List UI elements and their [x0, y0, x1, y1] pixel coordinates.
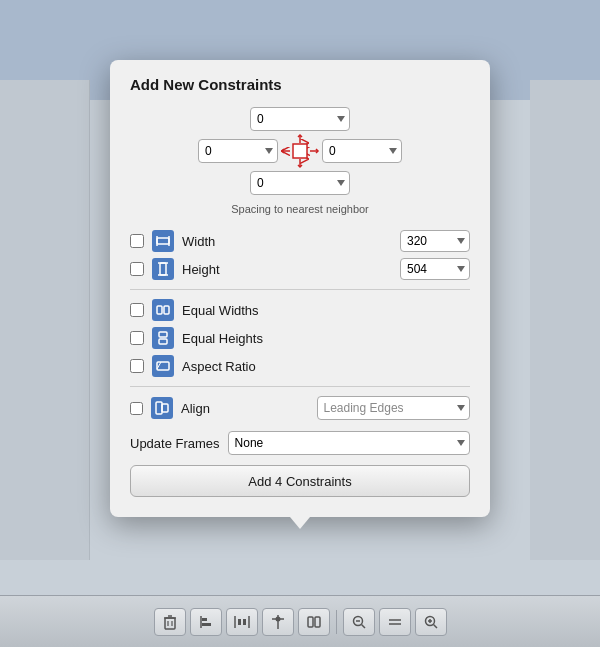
add-constraints-popover: Add New Constraints 0 8 16 20 0 8 16 — [110, 60, 490, 517]
add-constraints-button[interactable]: Add 4 Constraints — [130, 465, 470, 497]
update-frames-select[interactable]: None Items of New Constraints All Frames… — [228, 431, 470, 455]
svg-rect-14 — [159, 339, 167, 344]
height-icon — [152, 258, 174, 280]
middle-constraint-row: 0 8 16 — [198, 133, 402, 169]
width-label: Width — [182, 234, 392, 249]
equal-button[interactable] — [379, 608, 411, 636]
height-constraint-item: Height 504 300 600 — [130, 255, 470, 283]
resolve-button[interactable] — [298, 608, 330, 636]
svg-rect-30 — [243, 619, 246, 625]
width-icon — [152, 230, 174, 252]
svg-rect-4 — [293, 144, 307, 158]
svg-rect-34 — [308, 617, 313, 627]
svg-rect-35 — [315, 617, 320, 627]
svg-rect-26 — [202, 623, 211, 626]
equal-widths-item: Equal Widths — [130, 296, 470, 324]
bottom-constraint-row: 0 8 16 — [250, 171, 350, 195]
right-constraint-select[interactable]: 0 8 16 — [322, 139, 402, 163]
left-constraint-select[interactable]: 0 8 16 — [198, 139, 278, 163]
height-checkbox[interactable] — [130, 262, 144, 276]
align-item: Align Leading Edges Trailing Edges Top E… — [130, 393, 470, 423]
update-frames-label: Update Frames — [130, 436, 220, 451]
spacing-label: Spacing to nearest neighbor — [130, 203, 470, 215]
equal-heights-icon — [152, 327, 174, 349]
right-panel — [530, 80, 600, 560]
svg-point-33 — [275, 616, 280, 621]
toolbar-separator-1 — [336, 610, 337, 634]
svg-rect-13 — [159, 332, 167, 337]
zoom-out-button[interactable] — [343, 608, 375, 636]
bottom-constraint-select[interactable]: 0 8 16 — [250, 171, 350, 195]
equal-heights-label: Equal Heights — [182, 331, 470, 346]
width-value-select[interactable]: 320 200 400 — [400, 230, 470, 252]
equal-heights-checkbox[interactable] — [130, 331, 144, 345]
delete-button[interactable] — [154, 608, 186, 636]
zoom-in-button[interactable] — [415, 608, 447, 636]
constraint-spacing-layout: 0 8 16 20 0 8 16 — [130, 107, 470, 195]
svg-rect-19 — [165, 618, 175, 629]
svg-rect-29 — [238, 619, 241, 625]
equal-widths-checkbox[interactable] — [130, 303, 144, 317]
align-value-select[interactable]: Leading Edges Trailing Edges Top Edges B… — [317, 396, 471, 420]
height-label: Height — [182, 262, 392, 277]
height-value-select[interactable]: 504 300 600 — [400, 258, 470, 280]
constraint-list: Width 320 200 400 Height 504 300 600 — [130, 227, 470, 423]
align-left-edges-button[interactable] — [190, 608, 222, 636]
bottom-toolbar — [0, 595, 600, 647]
separator-2 — [130, 386, 470, 387]
svg-rect-18 — [162, 404, 168, 412]
svg-line-44 — [433, 624, 437, 628]
aspect-ratio-icon — [152, 355, 174, 377]
update-frames-row: Update Frames None Items of New Constrai… — [130, 431, 470, 455]
aspect-ratio-checkbox[interactable] — [130, 359, 144, 373]
width-constraint-item: Width 320 200 400 — [130, 227, 470, 255]
svg-line-38 — [361, 624, 365, 628]
top-constraint-row: 0 8 16 20 — [250, 107, 350, 131]
distribute-button[interactable] — [226, 608, 258, 636]
svg-rect-12 — [164, 306, 169, 314]
left-panel — [0, 80, 90, 560]
top-constraint-select[interactable]: 0 8 16 20 — [250, 107, 350, 131]
separator-1 — [130, 289, 470, 290]
equal-widths-icon — [152, 299, 174, 321]
popover-title: Add New Constraints — [130, 76, 470, 93]
aspect-ratio-item: Aspect Ratio — [130, 352, 470, 380]
align-label: Align — [181, 401, 309, 416]
align-icon — [151, 397, 173, 419]
aspect-ratio-label: Aspect Ratio — [182, 359, 470, 374]
width-checkbox[interactable] — [130, 234, 144, 248]
svg-rect-17 — [156, 402, 162, 414]
center-cross-icon — [280, 133, 320, 169]
svg-rect-25 — [202, 618, 207, 621]
equal-heights-item: Equal Heights — [130, 324, 470, 352]
svg-rect-8 — [160, 263, 166, 275]
align-checkbox[interactable] — [130, 402, 143, 415]
pin-button[interactable] — [262, 608, 294, 636]
svg-rect-11 — [157, 306, 162, 314]
equal-widths-label: Equal Widths — [182, 303, 470, 318]
svg-rect-5 — [157, 238, 169, 244]
